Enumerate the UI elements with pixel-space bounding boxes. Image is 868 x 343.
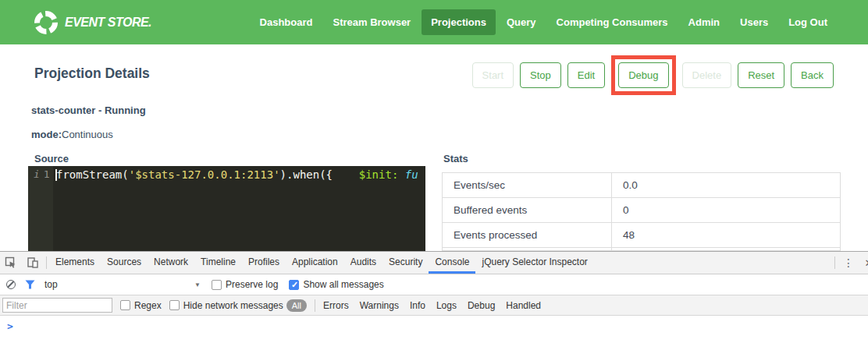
execution-context-selector[interactable]: top ▼ bbox=[44, 279, 201, 290]
console-prompt[interactable]: > bbox=[0, 316, 868, 342]
tab-security[interactable]: Security bbox=[382, 252, 429, 274]
mode-label: mode: bbox=[31, 129, 62, 140]
nav-item-logout[interactable]: Log Out bbox=[779, 9, 837, 35]
devtools-tab-bar: Elements Sources Network Timeline Profil… bbox=[0, 252, 868, 274]
hide-network-checkbox[interactable] bbox=[169, 300, 180, 310]
code-line[interactable]: fromStream('$stats-127.0.0.1:2113').when… bbox=[53, 166, 425, 251]
context-selector-value: top bbox=[44, 279, 194, 290]
table-row: Events processed 48 bbox=[443, 223, 840, 248]
delete-button[interactable]: Delete bbox=[682, 62, 732, 88]
clear-console-icon[interactable] bbox=[6, 280, 16, 289]
filter-level-debug[interactable]: Debug bbox=[468, 300, 495, 311]
code-segment: ).when({ bbox=[280, 168, 333, 181]
reset-button[interactable]: Reset bbox=[738, 62, 784, 88]
mode-value: Continuous bbox=[62, 129, 113, 140]
filter-level-warnings[interactable]: Warnings bbox=[360, 300, 399, 311]
preserve-log-checkbox[interactable] bbox=[212, 280, 222, 290]
code-segment: fromStream( bbox=[56, 168, 129, 181]
filter-level-info[interactable]: Info bbox=[410, 300, 425, 311]
stats-table: Events/sec 0.0 Buffered events 0 Events … bbox=[442, 172, 841, 251]
code-segment: fu bbox=[405, 168, 418, 181]
console-prompt-chevron-icon: > bbox=[7, 320, 13, 332]
stat-value: 0.0 bbox=[612, 173, 840, 197]
nav-item-query[interactable]: Query bbox=[497, 9, 546, 35]
divider bbox=[834, 256, 835, 269]
editor-gutter: i 1 bbox=[28, 166, 53, 251]
show-all-messages-toggle[interactable]: Show all messages bbox=[289, 279, 383, 290]
tab-audits[interactable]: Audits bbox=[344, 252, 382, 274]
devtools-panel: Elements Sources Network Timeline Profil… bbox=[0, 251, 868, 343]
hide-network-label: Hide network messages bbox=[183, 300, 283, 311]
code-segment: $init: bbox=[359, 168, 399, 181]
stat-label: Buffered events bbox=[443, 198, 612, 222]
back-button[interactable]: Back bbox=[791, 62, 834, 88]
filter-level-all-badge[interactable]: All bbox=[286, 299, 307, 312]
source-section-label: Source bbox=[34, 153, 69, 164]
show-all-messages-checkbox[interactable] bbox=[289, 280, 299, 290]
nav-item-competing-consumers[interactable]: Competing Consumers bbox=[547, 9, 678, 35]
filter-funnel-icon[interactable] bbox=[25, 280, 35, 289]
logo-ring-icon bbox=[34, 11, 58, 34]
tab-elements[interactable]: Elements bbox=[49, 252, 101, 274]
console-filter-bar: Regex Hide network messages All Errors W… bbox=[0, 295, 868, 316]
tab-jquery-selector-inspector[interactable]: jQuery Selector Inspector bbox=[475, 252, 593, 274]
table-row: Buffered events 0 bbox=[443, 198, 840, 223]
nav-item-admin[interactable]: Admin bbox=[679, 9, 729, 35]
stats-section-label: Stats bbox=[443, 153, 468, 164]
code-segment bbox=[333, 168, 359, 181]
filter-level-handled[interactable]: Handled bbox=[506, 300, 541, 311]
stat-label: Events processed bbox=[443, 223, 612, 247]
main-nav: Dashboard Stream Browser Projections Que… bbox=[249, 9, 837, 35]
regex-checkbox[interactable] bbox=[120, 300, 130, 310]
debug-highlight-box: Debug bbox=[611, 55, 675, 95]
tab-application[interactable]: Application bbox=[286, 252, 344, 274]
filter-level-errors[interactable]: Errors bbox=[323, 300, 349, 311]
dropdown-arrow-icon: ▼ bbox=[194, 281, 201, 288]
close-icon[interactable]: ✕ bbox=[859, 252, 868, 274]
code-segment: '$stats-127.0.0.1:2113' bbox=[129, 168, 280, 181]
hide-network-toggle[interactable]: Hide network messages bbox=[169, 300, 283, 311]
console-toolbar: top ▼ Preserve log Show all messages bbox=[0, 274, 868, 295]
page-title: Projection Details bbox=[34, 65, 150, 82]
line-number: 1 bbox=[44, 167, 50, 182]
show-all-messages-label: Show all messages bbox=[303, 279, 383, 290]
tab-timeline[interactable]: Timeline bbox=[194, 252, 242, 274]
spacer bbox=[594, 252, 832, 274]
filter-level-logs[interactable]: Logs bbox=[436, 300, 457, 311]
nav-item-projections[interactable]: Projections bbox=[422, 9, 496, 35]
regex-label: Regex bbox=[134, 300, 162, 311]
gutter-annotation-icon: i bbox=[34, 167, 40, 182]
divider bbox=[315, 299, 315, 312]
tab-network[interactable]: Network bbox=[148, 252, 194, 274]
stop-button[interactable]: Stop bbox=[520, 62, 561, 88]
stat-label: Events/sec bbox=[443, 173, 612, 197]
source-code-editor[interactable]: i 1 fromStream('$stats-127.0.0.1:2113').… bbox=[28, 166, 425, 251]
code-segment bbox=[398, 168, 404, 181]
debug-button[interactable]: Debug bbox=[618, 62, 668, 88]
device-toolbar-icon[interactable] bbox=[22, 252, 44, 274]
projection-action-buttons: Start Stop Edit Debug Delete Reset Back bbox=[472, 55, 834, 95]
nav-item-dashboard[interactable]: Dashboard bbox=[251, 9, 322, 35]
projection-name-status: stats-counter - Running bbox=[31, 104, 146, 116]
divider bbox=[46, 256, 47, 269]
logo-text: EVENT STORE. bbox=[65, 16, 151, 30]
table-row: Events/sec 0.0 bbox=[443, 173, 840, 198]
stat-value: 48 bbox=[612, 223, 840, 247]
regex-toggle[interactable]: Regex bbox=[120, 300, 162, 311]
projection-mode: mode:Continuous bbox=[31, 129, 113, 140]
filter-input[interactable] bbox=[2, 298, 112, 313]
eventstore-logo[interactable]: EVENT STORE. bbox=[34, 11, 151, 34]
top-nav-bar: EVENT STORE. Dashboard Stream Browser Pr… bbox=[0, 0, 868, 44]
start-button[interactable]: Start bbox=[472, 62, 514, 88]
preserve-log-toggle[interactable]: Preserve log bbox=[212, 279, 278, 290]
overflow-menu-icon[interactable]: ⋮ bbox=[838, 252, 859, 274]
tab-profiles[interactable]: Profiles bbox=[242, 252, 286, 274]
nav-item-stream-browser[interactable]: Stream Browser bbox=[323, 9, 420, 35]
preserve-log-label: Preserve log bbox=[226, 279, 278, 290]
nav-item-users[interactable]: Users bbox=[731, 9, 777, 35]
tab-console[interactable]: Console bbox=[429, 252, 475, 274]
tab-sources[interactable]: Sources bbox=[101, 252, 148, 274]
inspect-element-icon[interactable] bbox=[0, 252, 22, 274]
edit-button[interactable]: Edit bbox=[567, 62, 605, 88]
stat-value: 0 bbox=[612, 198, 840, 222]
